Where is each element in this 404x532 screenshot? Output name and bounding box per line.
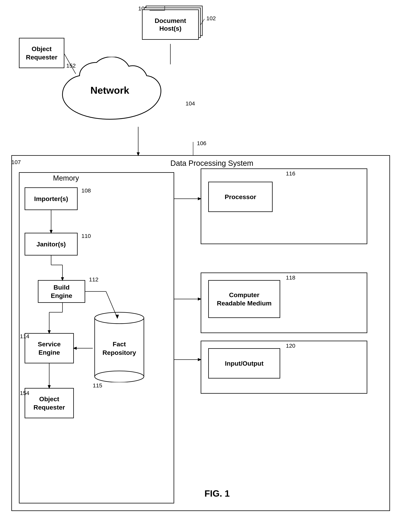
document-host-stack: DocumentHost(s) bbox=[142, 6, 203, 44]
input-output-box: Input/Output bbox=[208, 348, 280, 379]
network-cloud: Network bbox=[44, 57, 176, 129]
ref-118: 118 bbox=[286, 274, 295, 281]
crm-label: ComputerReadable Medium bbox=[217, 291, 271, 307]
service-engine-box: ServiceEngine bbox=[25, 333, 74, 363]
ref-116: 116 bbox=[286, 170, 295, 177]
object-requester-bottom-label: ObjectRequester bbox=[33, 395, 65, 412]
svg-text:Network: Network bbox=[90, 85, 129, 96]
document-host-box: DocumentHost(s) bbox=[142, 9, 199, 40]
fig-label: FIG. 1 bbox=[205, 488, 230, 499]
ref-112: 112 bbox=[89, 276, 98, 283]
ref-110: 110 bbox=[81, 233, 91, 239]
janitors-label: Janitor(s) bbox=[37, 240, 66, 248]
memory-label: Memory bbox=[53, 174, 79, 182]
svg-point-3 bbox=[95, 312, 144, 324]
processor-box: Processor bbox=[208, 182, 273, 212]
dps-title: Data Processing System bbox=[170, 159, 253, 167]
janitors-box: Janitor(s) bbox=[25, 233, 78, 255]
processor-label: Processor bbox=[225, 193, 256, 201]
ref-102: 102 bbox=[206, 15, 216, 22]
svg-text:Fact: Fact bbox=[113, 341, 126, 348]
build-engine-box: BuildEngine bbox=[38, 280, 85, 303]
io-label: Input/Output bbox=[225, 360, 263, 367]
fact-repository: Fact Repository bbox=[93, 307, 146, 382]
ref-120: 120 bbox=[286, 342, 295, 349]
importers-box: Importer(s) bbox=[25, 187, 78, 210]
ref-114: 114 bbox=[20, 333, 29, 340]
build-engine-label: BuildEngine bbox=[51, 283, 72, 300]
ref-104: 104 bbox=[186, 100, 195, 107]
ref-106: 106 bbox=[197, 140, 206, 146]
object-requester-bottom: ObjectRequester bbox=[25, 388, 74, 418]
ref-107: 107 bbox=[11, 159, 21, 165]
svg-point-2 bbox=[95, 371, 144, 382]
computer-readable-medium-box: ComputerReadable Medium bbox=[208, 280, 280, 318]
document-host-label: DocumentHost(s) bbox=[155, 17, 186, 32]
ref-108: 108 bbox=[81, 187, 91, 194]
importers-label: Importer(s) bbox=[34, 195, 68, 203]
diagram: 100 DocumentHost(s) 102 ObjectRequester … bbox=[0, 0, 404, 532]
svg-text:Repository: Repository bbox=[103, 349, 136, 356]
service-engine-label: ServiceEngine bbox=[38, 340, 61, 357]
ref-115: 115 bbox=[93, 382, 102, 389]
ref-154: 154 bbox=[20, 390, 29, 396]
